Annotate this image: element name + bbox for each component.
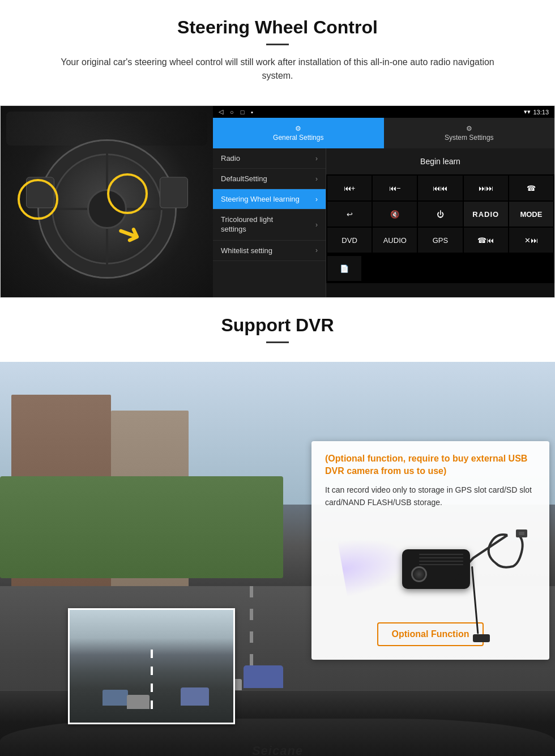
btn-phone-next[interactable]: ✕⏭ — [509, 228, 553, 253]
statusbar-right: ▾▾ 13:13 — [524, 108, 549, 116]
menu-item-steering-learning[interactable]: Steering Wheel learning › — [213, 189, 326, 210]
android-content: Radio › DefaultSetting › Steering Wheel … — [213, 148, 554, 297]
btn-document[interactable]: 📄 — [327, 256, 361, 281]
dvr-title-divider — [266, 341, 289, 343]
begin-learn-button[interactable]: Begin learn — [326, 148, 554, 174]
settings-icon: ⚙ — [295, 125, 301, 133]
dvr-section: Support DVR — [0, 298, 555, 756]
dvr-camera-image — [325, 518, 536, 609]
nav-square-icon[interactable]: □ — [241, 109, 245, 116]
btn-phone-prev[interactable]: ☎⏮ — [464, 228, 508, 253]
title-divider — [266, 44, 289, 45]
seicane-brand: Seicane — [252, 744, 303, 756]
btn-mode[interactable]: MODE — [509, 202, 553, 227]
btn-radio[interactable]: RADIO — [464, 202, 508, 227]
android-ui: ◁ ○ □ ▪ ▾▾ 13:13 ⚙ General Settings ⚙ Sy… — [213, 106, 554, 297]
menu-item-radio[interactable]: Radio › — [213, 148, 326, 169]
steering-image-area: ➜ ◁ ○ □ ▪ ▾▾ 13:13 ⚙ General Settings — [0, 105, 555, 298]
tab-general-label: General Settings — [273, 134, 323, 142]
android-tabs: ⚙ General Settings ⚙ System Settings — [213, 118, 554, 148]
chevron-icon: › — [315, 246, 318, 254]
nav-home-icon[interactable]: ○ — [230, 109, 234, 116]
dvr-card-description: It can record video only to storage in G… — [325, 484, 536, 509]
steering-title: Steering Wheel Control — [23, 17, 532, 38]
yellow-highlight-right — [107, 173, 148, 214]
dvr-card-title: (Optional function, require to buy exter… — [325, 452, 536, 478]
button-panel: Begin learn ⏮+ ⏮− ⏮⏮ ⏭⏭ ☎ ↩ 🔇 ⏻ RADIO MO… — [326, 148, 554, 297]
menu-item-whitelist[interactable]: Whitelist setting › — [213, 241, 326, 261]
tab-system-label: System Settings — [445, 134, 494, 142]
nav-menu-icon[interactable]: ▪ — [251, 109, 253, 116]
chevron-icon: › — [315, 195, 318, 203]
btn-audio[interactable]: AUDIO — [373, 228, 417, 253]
btn-phone[interactable]: ☎ — [509, 176, 553, 200]
dvr-info-card: (Optional function, require to buy exter… — [311, 441, 549, 660]
seicane-label: Seicane — [252, 744, 303, 756]
android-statusbar: ◁ ○ □ ▪ ▾▾ 13:13 — [213, 106, 554, 118]
menu-item-tricoloured[interactable]: Tricoloured lightsettings › — [213, 210, 326, 241]
btn-prev-minus[interactable]: ⏮− — [373, 176, 417, 200]
btn-prev-plus[interactable]: ⏮+ — [327, 176, 372, 200]
btn-dvd[interactable]: DVD — [327, 228, 372, 253]
svg-rect-1 — [519, 532, 524, 535]
camera-lens — [411, 566, 427, 582]
steering-section: Steering Wheel Control Your original car… — [0, 0, 555, 105]
yellow-highlight-left — [18, 179, 58, 220]
dvr-title-area: Support DVR — [0, 298, 555, 362]
optional-function-button[interactable]: Optional Function — [377, 622, 484, 646]
chevron-icon: › — [315, 155, 318, 163]
btn-hang-up[interactable]: ↩ — [327, 202, 372, 227]
statusbar-nav: ◁ ○ □ ▪ — [219, 108, 253, 116]
menu-panel: Radio › DefaultSetting › Steering Wheel … — [213, 148, 326, 297]
btn-gps[interactable]: GPS — [418, 228, 462, 253]
clock: 13:13 — [533, 109, 549, 116]
btn-skip-back[interactable]: ⏮⏮ — [418, 176, 462, 200]
begin-learn-row: Begin learn — [326, 148, 554, 174]
menu-item-defaultsetting[interactable]: DefaultSetting › — [213, 169, 326, 189]
btn-mute[interactable]: 🔇 — [373, 202, 417, 227]
button-grid: ⏮+ ⏮− ⏮⏮ ⏭⏭ ☎ ↩ 🔇 ⏻ RADIO MODE DVD AUDIO… — [326, 174, 554, 254]
tab-system-settings[interactable]: ⚙ System Settings — [384, 118, 555, 148]
steering-subtitle: Your original car's steering wheel contr… — [45, 55, 510, 83]
dvr-title: Support DVR — [23, 315, 532, 336]
btn-skip-forward[interactable]: ⏭⏭ — [464, 176, 508, 200]
chevron-icon: › — [315, 175, 318, 183]
tab-general-settings[interactable]: ⚙ General Settings — [213, 118, 384, 148]
system-icon: ⚙ — [466, 125, 472, 133]
cable-svg — [428, 524, 530, 592]
dvr-image-container: (Optional function, require to buy exter… — [0, 362, 555, 756]
wifi-icon: ▾▾ — [524, 108, 531, 116]
btn-power[interactable]: ⏻ — [418, 202, 462, 227]
chevron-icon: › — [315, 221, 318, 229]
steering-photo: ➜ — [1, 106, 213, 298]
nav-back-icon[interactable]: ◁ — [219, 108, 223, 116]
dvr-thumbnail — [68, 608, 235, 724]
